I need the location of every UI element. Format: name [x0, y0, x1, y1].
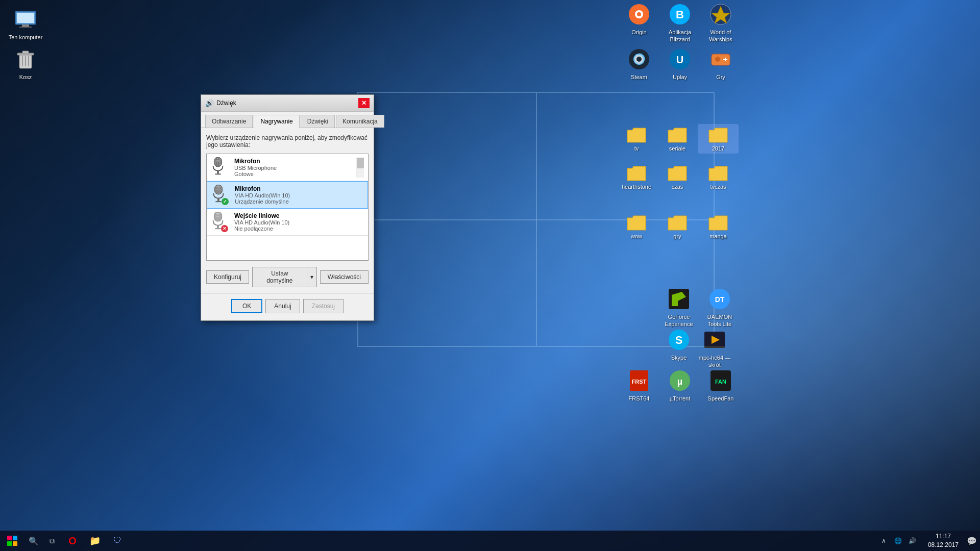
device-icon-wrap-via: ✓: [211, 185, 230, 205]
dialog-body: Wybierz urządzenie nagrywania poniżej, a…: [201, 128, 374, 293]
clock-date: 08.12.2017: [928, 541, 959, 549]
dialog-tabs: Odtwarzanie Nagrywanie Dźwięki Komunikac…: [201, 112, 374, 128]
taskbar: 🔍 ⧉ O 📁 🛡 ∧ 🌐 🔊: [0, 531, 980, 551]
notification-icon: 💬: [967, 536, 977, 546]
clock-time: 11:17: [936, 532, 951, 541]
dialog-title: Dźwięk: [216, 99, 355, 107]
microphone-icon-usb: [211, 157, 225, 177]
device-sub-usb: USB Microphone: [234, 165, 351, 171]
svg-rect-54: [215, 201, 221, 202]
device-info-via: Mikrofon VIA HD Audio(Win 10) Urządzenie…: [235, 185, 363, 205]
notification-center-button[interactable]: 💬: [964, 531, 980, 551]
svg-rect-58: [216, 216, 220, 217]
svg-rect-56: [216, 213, 220, 214]
search-icon: 🔍: [29, 536, 39, 546]
svg-rect-44: [216, 159, 220, 159]
svg-rect-51: [216, 188, 220, 188]
dialog-footer: OK Anuluj Zastosuj: [201, 293, 374, 320]
cancel-button[interactable]: Anuluj: [265, 299, 300, 313]
svg-rect-45: [216, 160, 220, 161]
device-status-line: Nie podłączone: [234, 226, 364, 232]
taskbar-shield-button[interactable]: 🛡: [106, 531, 129, 551]
device-info-line: Wejście liniowe VIA HD Audio(Win 10) Nie…: [234, 212, 364, 232]
tray-network[interactable]: 🌐: [892, 531, 904, 551]
device-item-mikrofon-via[interactable]: ✓ Mikrofon VIA HD Audio(Win 10) Urządzen…: [207, 181, 368, 209]
taskbar-clock[interactable]: 11:17 08.12.2017: [923, 531, 964, 551]
tray-chevron[interactable]: ∧: [878, 531, 890, 551]
windows-logo-icon: [7, 536, 17, 546]
svg-rect-52: [216, 189, 220, 190]
device-status-usb: Gotowe: [234, 171, 351, 177]
chevron-up-icon: ∧: [881, 537, 886, 544]
taskbar-explorer-button[interactable]: 📁: [84, 531, 106, 551]
tab-odtwarzanie[interactable]: Odtwarzanie: [205, 115, 253, 128]
dialog-overlay: 🔊 Dźwięk ✕ Odtwarzanie Nagrywanie Dźwięk…: [0, 0, 980, 531]
volume-icon: 🔊: [909, 537, 916, 544]
taskbar-search-button[interactable]: 🔍: [24, 531, 43, 551]
sound-dialog: 🔊 Dźwięk ✕ Odtwarzanie Nagrywanie Dźwięk…: [201, 94, 374, 321]
dialog-titlebar: 🔊 Dźwięk ✕: [201, 95, 374, 112]
explorer-icon: 📁: [89, 535, 101, 546]
device-name-line: Wejście liniowe: [234, 212, 364, 219]
device-name-via: Mikrofon: [235, 185, 363, 192]
scrollbar-thumb[interactable]: [357, 158, 364, 168]
device-item-mikrofon-usb[interactable]: Mikrofon USB Microphone Gotowe: [207, 154, 368, 181]
device-icon-wrap-usb: [211, 157, 229, 178]
set-default-button[interactable]: Ustaw domyślne: [253, 267, 307, 287]
scrollbar-track-usb: [356, 157, 364, 178]
tab-dzwieki[interactable]: Dźwięki: [301, 115, 335, 128]
device-name-usb: Mikrofon: [234, 158, 351, 165]
network-icon: 🌐: [894, 537, 902, 544]
configure-button[interactable]: Konfiguruj: [206, 270, 249, 284]
svg-rect-47: [217, 171, 219, 174]
shield-icon: 🛡: [113, 536, 121, 545]
svg-rect-50: [216, 186, 220, 187]
svg-rect-53: [217, 198, 219, 202]
device-item-wejscie-liniowe[interactable]: ✕ Wejście liniowe VIA HD Audio(Win 10) N…: [207, 209, 368, 236]
device-status-via: Urządzenie domyślne: [235, 198, 363, 205]
dialog-instruction: Wybierz urządzenie nagrywania poniżej, a…: [206, 134, 369, 148]
dialog-close-button[interactable]: ✕: [358, 98, 370, 108]
task-view-icon: ⧉: [50, 537, 55, 545]
properties-button[interactable]: Właściwości: [320, 270, 369, 284]
start-button[interactable]: [0, 531, 24, 551]
sound-title-icon: 🔊: [205, 99, 213, 107]
default-device-badge: ✓: [222, 198, 229, 205]
device-list: Mikrofon USB Microphone Gotowe: [206, 154, 369, 261]
taskbar-opera-button[interactable]: O: [61, 531, 84, 551]
tab-komunikacja[interactable]: Komunikacja: [336, 115, 384, 128]
desktop: Ten komputer Kosz Origin: [0, 0, 980, 551]
svg-rect-57: [216, 215, 220, 215]
disconnected-badge: ✕: [221, 225, 228, 232]
device-sub-via: VIA HD Audio(Win 10): [235, 192, 363, 198]
device-icon-wrap-line: ✕: [211, 212, 229, 232]
tray-volume[interactable]: 🔊: [906, 531, 919, 551]
opera-icon: O: [68, 535, 77, 547]
task-view-button[interactable]: ⧉: [43, 531, 61, 551]
set-default-dropdown[interactable]: ▾: [307, 267, 316, 287]
ok-button[interactable]: OK: [231, 299, 262, 313]
apply-button[interactable]: Zastosuj: [303, 299, 344, 313]
svg-rect-59: [217, 226, 219, 229]
tab-nagrywanie[interactable]: Nagrywanie: [254, 115, 299, 128]
device-info-usb: Mikrofon USB Microphone Gotowe: [234, 158, 351, 177]
svg-rect-48: [215, 173, 220, 174]
set-default-group: Ustaw domyślne ▾: [252, 267, 317, 287]
device-sub-line: VIA HD Audio(Win 10): [234, 219, 364, 226]
dialog-actions: Konfiguruj Ustaw domyślne ▾ Właściwości: [206, 267, 369, 287]
svg-rect-60: [215, 228, 220, 229]
taskbar-tray: ∧ 🌐 🔊: [874, 531, 923, 551]
svg-rect-46: [216, 162, 220, 162]
